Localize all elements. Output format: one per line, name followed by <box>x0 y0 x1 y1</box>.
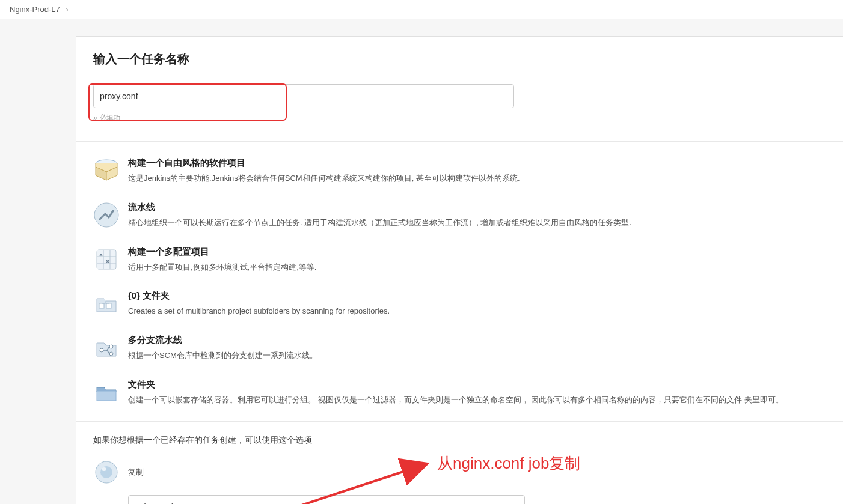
chevron-right-icon: › <box>66 5 68 14</box>
page-title: 输入一个任务名称 <box>93 51 826 67</box>
item-type-title: {0} 文件夹 <box>128 290 390 302</box>
svg-rect-9 <box>106 303 111 308</box>
item-type-title: 构建一个自由风格的软件项目 <box>128 157 520 169</box>
required-note: » 必填项 <box>93 113 826 123</box>
copy-hint: 如果你想根据一个已经存在的任务创建，可以使用这个选项 <box>93 435 826 446</box>
box-icon <box>93 157 120 184</box>
item-type-title: 流水线 <box>128 202 631 213</box>
breadcrumb: Nginx-Prod-L7 › <box>0 0 843 19</box>
name-section: 输入一个任务名称 » 必填项 <box>76 37 843 142</box>
org-folder-icon <box>93 290 120 317</box>
item-type-desc: Creates a set of multibranch project sub… <box>128 305 390 318</box>
svg-rect-3 <box>97 250 116 269</box>
pipeline-icon <box>93 202 120 228</box>
item-type-desc: 创建一个可以嵌套存储的容器。利用它可以进行分组。 视图仅仅是一个过滤器，而文件夹… <box>128 394 783 407</box>
item-type-title: 多分支流水线 <box>128 335 317 346</box>
item-type-multibranch[interactable]: 多分支流水线 根据一个SCM仓库中检测到的分支创建一系列流水线。 <box>93 329 826 373</box>
copy-sphere-icon <box>93 459 120 485</box>
matrix-icon <box>93 246 120 273</box>
item-name-input[interactable] <box>93 84 514 108</box>
item-type-desc: 这是Jenkins的主要功能.Jenkins将会结合任何SCM和任何构建系统来构… <box>128 172 520 185</box>
item-type-desc: 根据一个SCM仓库中检测到的分支创建一系列流水线。 <box>128 350 317 362</box>
main-card: 输入一个任务名称 » 必填项 构建一个自由风格的软件项目 这是Jenkins的主… <box>76 36 843 504</box>
breadcrumb-item[interactable]: Nginx-Prod-L7 <box>10 5 60 14</box>
item-type-title: 构建一个多配置项目 <box>128 246 316 258</box>
item-type-desc: 适用于多配置项目,例如多环境测试,平台指定构建,等等. <box>128 261 316 274</box>
item-type-matrix[interactable]: 构建一个多配置项目 适用于多配置项目,例如多环境测试,平台指定构建,等等. <box>93 240 826 285</box>
svg-rect-8 <box>99 303 104 308</box>
svg-point-16 <box>100 466 112 478</box>
item-type-title: 文件夹 <box>128 379 783 390</box>
item-type-org-folder[interactable]: {0} 文件夹 Creates a set of multibranch pro… <box>93 284 826 329</box>
copy-from-input[interactable] <box>128 495 525 504</box>
item-type-freestyle[interactable]: 构建一个自由风格的软件项目 这是Jenkins的主要功能.Jenkins将会结合… <box>93 151 826 196</box>
item-type-folder[interactable]: 文件夹 创建一个可以嵌套存储的容器。利用它可以进行分组。 视图仅仅是一个过滤器，… <box>93 373 826 409</box>
item-type-pipeline[interactable]: 流水线 精心地组织一个可以长期运行在多个节点上的任务. 适用于构建流水线（更加正… <box>93 196 826 240</box>
svg-point-12 <box>100 348 103 352</box>
copy-label: 复制 <box>128 467 144 478</box>
folder-icon <box>93 379 120 405</box>
branch-icon <box>93 335 120 361</box>
svg-point-17 <box>102 467 106 471</box>
item-type-section: 构建一个自由风格的软件项目 这是Jenkins的主要功能.Jenkins将会结合… <box>76 142 843 422</box>
copy-section: 如果你想根据一个已经存在的任务创建，可以使用这个选项 复制 <box>76 422 843 504</box>
item-type-desc: 精心地组织一个可以长期运行在多个节点上的任务. 适用于构建流水线（更加正式地应当… <box>128 217 631 229</box>
